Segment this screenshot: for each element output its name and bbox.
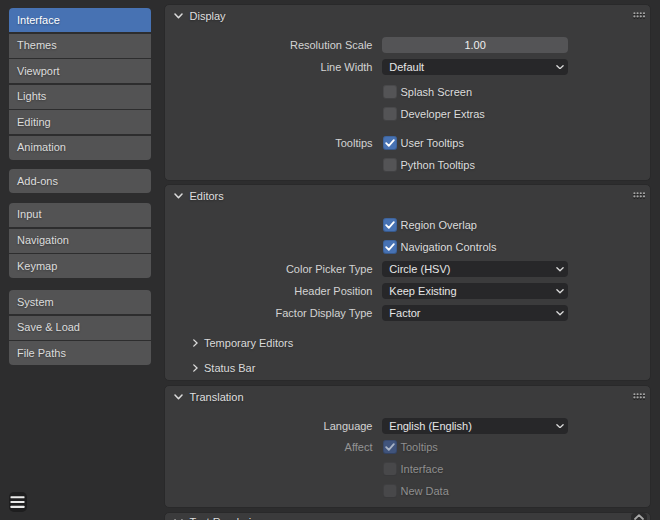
row-region-overlap: Region Overlap (165, 218, 650, 232)
panel-text-rendering: Text Rendering (164, 512, 651, 520)
prop-label: Tooltips (165, 137, 373, 149)
checkbox-label: New Data (401, 485, 449, 497)
region-overlap-checkbox[interactable] (383, 218, 397, 232)
row-color-picker-type: Color Picker Type Circle (HSV) (165, 261, 650, 277)
panel-text-rendering-header[interactable]: Text Rendering (165, 513, 650, 520)
sidebar-item-label: Keymap (17, 254, 57, 279)
affect-new-data-checkbox[interactable] (383, 484, 397, 498)
checkbox-label: Interface (401, 463, 444, 475)
checkbox-label: Region Overlap (401, 219, 477, 231)
sidebar-item-keymap[interactable]: Keymap (9, 254, 151, 278)
sidebar-item-label: Add-ons (17, 169, 58, 193)
chevron-right-icon (193, 364, 198, 372)
sidebar-group-system: System Save & Load File Paths (9, 290, 151, 365)
panel-title: Text Rendering (190, 516, 264, 520)
prop-label: Language (165, 420, 373, 432)
user-tooltips-checkbox[interactable] (383, 136, 397, 150)
resolution-scale-field[interactable]: 1.00 (382, 37, 569, 53)
sidebar-item-navigation[interactable]: Navigation (9, 229, 151, 253)
panel-editors-header[interactable]: Editors (165, 185, 650, 209)
factor-display-type-dropdown[interactable]: Factor (382, 305, 569, 321)
sidebar-group-input: Input Navigation Keymap (9, 203, 151, 278)
line-width-dropdown[interactable]: Default (382, 59, 569, 75)
factor-display-type-value: Factor (389, 307, 420, 319)
row-developer-extras: Developer Extras (165, 107, 650, 121)
chevron-down-icon (556, 267, 564, 272)
sidebar-item-animation[interactable]: Animation (9, 136, 151, 160)
checkbox-label: User Tooltips (401, 137, 464, 149)
prop-label: Affect (165, 441, 373, 453)
affect-interface-checkbox[interactable] (383, 462, 397, 476)
row-header-position: Header Position Keep Existing (165, 283, 650, 299)
chevron-down-icon (556, 65, 564, 70)
checkmark-icon (385, 139, 395, 147)
sidebar-item-addons[interactable]: Add-ons (9, 169, 151, 193)
sidebar-item-interface[interactable]: Interface (9, 8, 151, 32)
navigation-controls-checkbox[interactable] (383, 240, 397, 254)
scroll-up-button[interactable] (631, 513, 647, 520)
sidebar-item-system[interactable]: System (9, 290, 151, 314)
grip-dots-icon[interactable] (633, 192, 646, 200)
chevron-down-icon (174, 394, 183, 400)
sidebar-item-label: Input (17, 203, 41, 228)
sidebar-item-input[interactable]: Input (9, 203, 151, 227)
subpanel-title: Status Bar (204, 362, 255, 374)
blender-preferences-window: { "colors": { "accent": "#4772b3", "back… (0, 0, 660, 520)
grip-dots-icon[interactable] (633, 393, 646, 401)
prop-label: Factor Display Type (165, 307, 373, 319)
chevron-down-icon (556, 289, 564, 294)
panel-display-header[interactable]: Display (165, 5, 650, 29)
subpanel-temporary-editors[interactable]: Temporary Editors (165, 336, 650, 350)
preferences-menu-button[interactable] (9, 492, 28, 512)
sidebar-item-label: Themes (17, 33, 57, 58)
color-picker-type-dropdown[interactable]: Circle (HSV) (382, 261, 569, 277)
prop-label: Color Picker Type (165, 263, 373, 275)
sidebar-item-save-load[interactable]: Save & Load (9, 316, 151, 340)
chevron-down-icon (556, 311, 564, 316)
grip-dots-icon[interactable] (633, 12, 646, 20)
language-dropdown[interactable]: English (English) (382, 418, 569, 434)
subpanel-title: Temporary Editors (204, 337, 293, 349)
row-affect-interface: Interface (165, 462, 650, 476)
sidebar-item-label: Editing (17, 110, 51, 135)
prop-label: Header Position (165, 285, 373, 297)
chevron-down-icon (174, 193, 183, 199)
header-position-value: Keep Existing (389, 285, 456, 297)
chevron-down-icon (556, 424, 564, 429)
sidebar-item-viewport[interactable]: Viewport (9, 59, 151, 83)
sidebar-item-file-paths[interactable]: File Paths (9, 341, 151, 365)
sidebar-item-label: System (17, 290, 54, 315)
row-affect-new-data: New Data (165, 484, 650, 498)
sidebar-nav-groups: Interface Themes Viewport Lights Editing… (0, 0, 151, 365)
sidebar-item-label: Lights (17, 84, 46, 109)
sidebar-item-label: Viewport (17, 59, 60, 84)
subpanel-status-bar[interactable]: Status Bar (165, 361, 650, 375)
prop-label: Resolution Scale (165, 39, 373, 51)
splash-screen-checkbox[interactable] (383, 85, 397, 99)
panel-translation-header[interactable]: Translation (165, 386, 650, 410)
panel-translation: Translation Language English (English) A… (164, 385, 651, 508)
sidebar-item-themes[interactable]: Themes (9, 34, 151, 58)
panel-title: Editors (190, 190, 224, 202)
row-line-width: Line Width Default (165, 59, 650, 75)
panel-title: Translation (190, 391, 244, 403)
sidebar-group-addons: Add-ons (9, 169, 151, 193)
row-factor-display-type: Factor Display Type Factor (165, 305, 650, 321)
sidebar-item-label: Animation (17, 135, 66, 160)
language-value: English (English) (389, 420, 472, 432)
sidebar-item-label: Save & Load (17, 315, 80, 340)
python-tooltips-checkbox[interactable] (383, 158, 397, 172)
chevron-down-icon (174, 13, 183, 19)
row-user-tooltips: Tooltips User Tooltips (165, 136, 650, 150)
row-python-tooltips: Python Tooltips (165, 158, 650, 172)
sidebar-item-editing[interactable]: Editing (9, 110, 151, 134)
sidebar-item-lights[interactable]: Lights (9, 85, 151, 109)
line-width-value: Default (389, 61, 424, 73)
header-position-dropdown[interactable]: Keep Existing (382, 283, 569, 299)
affect-tooltips-checkbox[interactable] (383, 440, 397, 454)
chevron-right-icon (193, 339, 198, 347)
checkbox-label: Python Tooltips (401, 159, 475, 171)
resolution-scale-value: 1.00 (464, 39, 485, 51)
developer-extras-checkbox[interactable] (383, 107, 397, 121)
sidebar-item-label: Interface (17, 8, 60, 33)
